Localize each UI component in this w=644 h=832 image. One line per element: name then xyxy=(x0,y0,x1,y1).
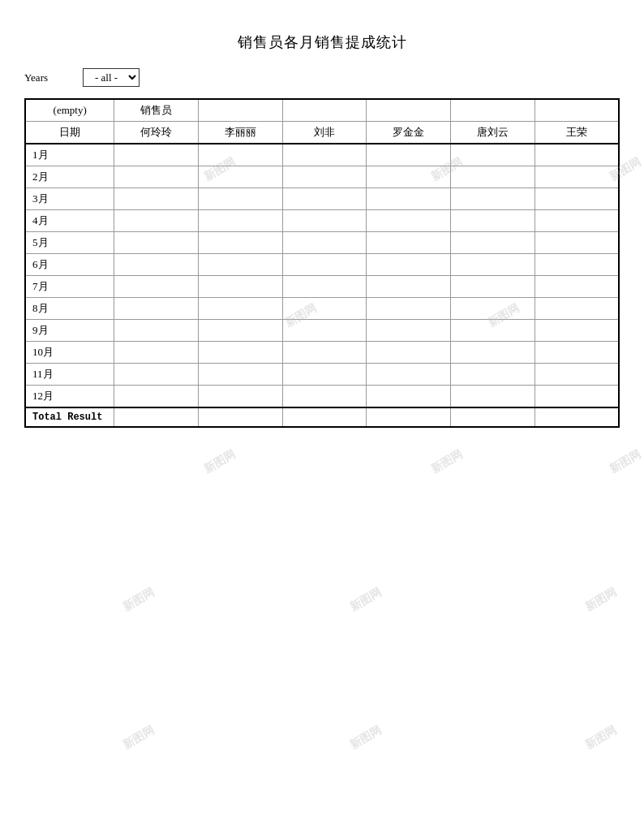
data-cell-7-3 xyxy=(367,298,451,320)
data-cell-6-3 xyxy=(367,276,451,298)
data-cell-2-4 xyxy=(451,188,535,210)
data-cell-7-0 xyxy=(114,298,199,320)
data-cell-6-4 xyxy=(451,276,535,298)
data-cell-6-2 xyxy=(282,276,367,298)
table-row: 4月 xyxy=(25,210,619,232)
data-cell-4-3 xyxy=(367,232,451,254)
month-cell-7: 8月 xyxy=(25,298,114,320)
data-cell-6-5 xyxy=(535,276,619,298)
month-cell-0: 1月 xyxy=(25,144,114,166)
data-cell-5-1 xyxy=(198,254,282,276)
header-person-4: 唐刘云 xyxy=(451,122,535,144)
data-cell-2-5 xyxy=(535,188,619,210)
data-cell-1-5 xyxy=(535,166,619,188)
data-cell-2-3 xyxy=(367,188,451,210)
watermark-11: 新图网 xyxy=(582,585,619,615)
years-select[interactable]: - all - xyxy=(83,68,140,87)
data-cell-3-2 xyxy=(282,210,367,232)
header-salesperson: 销售员 xyxy=(114,99,199,122)
data-cell-5-4 xyxy=(451,254,535,276)
header-person-0: 何玲玲 xyxy=(114,122,199,144)
data-cell-0-0 xyxy=(114,144,199,166)
month-cell-5: 6月 xyxy=(25,254,114,276)
data-cell-7-5 xyxy=(535,298,619,320)
header-empty: (empty) xyxy=(25,99,114,122)
data-cell-10-1 xyxy=(198,364,282,386)
data-cell-0-4 xyxy=(451,144,535,166)
table-row: 9月 xyxy=(25,320,619,342)
data-cell-0-1 xyxy=(198,144,282,166)
data-cell-8-3 xyxy=(367,320,451,342)
header-person-3: 罗金金 xyxy=(367,122,451,144)
watermark-13: 新图网 xyxy=(347,723,384,753)
table-row: 3月 xyxy=(25,188,619,210)
data-cell-7-4 xyxy=(451,298,535,320)
watermark-12: 新图网 xyxy=(120,723,157,753)
data-cell-5-3 xyxy=(367,254,451,276)
data-cell-11-5 xyxy=(535,386,619,408)
data-cell-10-2 xyxy=(282,364,367,386)
month-cell-11: 12月 xyxy=(25,386,114,408)
data-cell-10-3 xyxy=(367,364,451,386)
data-cell-3-3 xyxy=(367,210,451,232)
watermark-7: 新图网 xyxy=(428,447,465,477)
header-span-5 xyxy=(535,99,619,122)
data-cell-4-5 xyxy=(535,232,619,254)
data-cell-9-5 xyxy=(535,342,619,364)
data-cell-7-2 xyxy=(282,298,367,320)
data-cell-1-1 xyxy=(198,166,282,188)
data-cell-5-0 xyxy=(114,254,199,276)
data-cell-8-1 xyxy=(198,320,282,342)
data-cell-8-5 xyxy=(535,320,619,342)
data-cell-0-3 xyxy=(367,144,451,166)
data-cell-6-0 xyxy=(114,276,199,298)
total-cell-5 xyxy=(535,407,619,427)
watermark-14: 新图网 xyxy=(582,723,619,753)
data-cell-1-0 xyxy=(114,166,199,188)
data-cell-3-1 xyxy=(198,210,282,232)
data-cell-11-3 xyxy=(367,386,451,408)
month-cell-9: 10月 xyxy=(25,342,114,364)
total-cell-0 xyxy=(114,407,199,427)
data-cell-3-4 xyxy=(451,210,535,232)
header-person-2: 刘非 xyxy=(282,122,367,144)
header-person-5: 王荣 xyxy=(535,122,619,144)
data-cell-11-1 xyxy=(198,386,282,408)
header-span-1 xyxy=(198,99,282,122)
data-cell-7-1 xyxy=(198,298,282,320)
data-cell-11-2 xyxy=(282,386,367,408)
header-span-2 xyxy=(282,99,367,122)
filter-row: Years - all - xyxy=(24,68,620,87)
data-cell-2-0 xyxy=(114,188,199,210)
data-cell-9-1 xyxy=(198,342,282,364)
table-row: 5月 xyxy=(25,232,619,254)
table-header-row-1: (empty) 销售员 xyxy=(25,99,619,122)
data-cell-3-5 xyxy=(535,210,619,232)
data-cell-11-0 xyxy=(114,386,199,408)
month-cell-1: 2月 xyxy=(25,166,114,188)
years-label: Years xyxy=(24,71,73,84)
data-cell-9-2 xyxy=(282,342,367,364)
table-row: 12月 xyxy=(25,386,619,408)
data-cell-4-4 xyxy=(451,232,535,254)
watermark-8: 新图网 xyxy=(607,447,643,477)
report-table: (empty) 销售员 日期 何玲玲 李丽丽 刘非 罗金金 唐刘云 王荣 1月2… xyxy=(24,98,620,428)
month-cell-6: 7月 xyxy=(25,276,114,298)
header-span-4 xyxy=(451,99,535,122)
watermark-10: 新图网 xyxy=(347,585,384,615)
data-cell-4-0 xyxy=(114,232,199,254)
data-cell-1-3 xyxy=(367,166,451,188)
header-date: 日期 xyxy=(25,122,114,144)
data-cell-10-5 xyxy=(535,364,619,386)
month-cell-10: 11月 xyxy=(25,364,114,386)
total-cell-2 xyxy=(282,407,367,427)
table-row: 2月 xyxy=(25,166,619,188)
table-row: 6月 xyxy=(25,254,619,276)
page-container: 新图网 新图网 新图网 新图网 新图网 新图网 新图网 新图网 新图网 新图网 … xyxy=(0,0,644,460)
data-cell-11-4 xyxy=(451,386,535,408)
table-row: 10月 xyxy=(25,342,619,364)
data-cell-10-4 xyxy=(451,364,535,386)
table-header-row-2: 日期 何玲玲 李丽丽 刘非 罗金金 唐刘云 王荣 xyxy=(25,122,619,144)
data-cell-3-0 xyxy=(114,210,199,232)
data-cell-1-2 xyxy=(282,166,367,188)
